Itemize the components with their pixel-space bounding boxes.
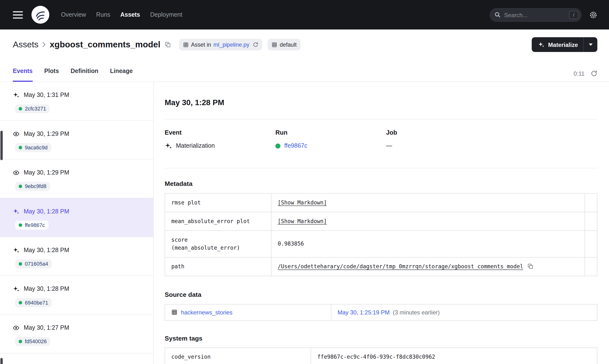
search-shortcut-key: / (569, 11, 579, 19)
refresh-icon (253, 42, 258, 47)
show-markdown-link[interactable]: [Show Markdown] (278, 199, 327, 206)
settings-button[interactable] (589, 11, 597, 19)
event-list-item[interactable]: May 30, 1:29 PM 9aca6c9d (0, 121, 153, 159)
materialize-button[interactable]: Materialize (532, 37, 583, 52)
metadata-row: mean_absolute_error plot [Show Markdown] (165, 212, 597, 230)
materialize-split-button: Materialize (532, 37, 597, 52)
refresh-meta: 0:11 (574, 70, 597, 81)
asset-tabs: Events Plots Definition Lineage 0:11 (0, 61, 609, 82)
run-id: 071605a4 (25, 261, 48, 267)
run-tag[interactable]: 9aca6c9d (15, 143, 51, 152)
metadata-action-cell (585, 212, 597, 230)
show-markdown-link[interactable]: [Show Markdown] (278, 218, 327, 224)
job-column: Job — (386, 129, 497, 150)
observation-eye-icon (13, 324, 19, 331)
asset-grid-icon (183, 41, 189, 47)
run-tag[interactable]: ffe9867c (15, 221, 48, 230)
asset-location-tag: Asset in ml_pipeline.py (179, 39, 262, 50)
materialization-icon (13, 208, 19, 215)
observation-eye-icon (13, 130, 19, 137)
refresh-button[interactable] (591, 70, 597, 77)
menu-button[interactable] (13, 11, 23, 18)
system-tag-value: ffe9867c-ec9c-4f06-939c-f8dc830c0962 (311, 348, 597, 364)
run-tag[interactable]: 6940be71 (15, 298, 52, 307)
asset-file-link[interactable]: ml_pipeline.py (213, 41, 249, 48)
source-data-heading: Source data (165, 290, 597, 299)
run-tag[interactable]: fd540026 (15, 337, 50, 346)
system-tag-key: code_version (165, 348, 311, 364)
run-id: 9aca6c9d (25, 145, 48, 151)
scrollbar-thumb[interactable] (0, 358, 3, 364)
materialization-icon (13, 91, 19, 98)
divider (165, 168, 597, 169)
metadata-key: score (mean_absolute_error) (165, 230, 271, 257)
copy-path-button[interactable] (527, 263, 534, 269)
asset-grid-icon (171, 309, 178, 315)
page-title: xgboost_comments_model (50, 40, 160, 50)
system-tag-row: code_version ffe9867c-ec9c-4f06-939c-f8d… (165, 348, 597, 364)
tab-plots[interactable]: Plots (44, 61, 59, 82)
event-list-item[interactable]: May 30, 1:28 PM 6940be71 (0, 276, 153, 314)
job-label: Job (386, 129, 497, 137)
event-list-item[interactable]: May 30, 1:31 PM 2cfc3271 (0, 82, 153, 121)
nav-runs[interactable]: Runs (96, 11, 110, 18)
group-grid-icon (272, 41, 277, 47)
metadata-action-cell (585, 230, 597, 257)
tab-definition[interactable]: Definition (71, 61, 98, 82)
source-data-row: hackernews_stories May 30, 1:25:19 PM(3 … (165, 304, 597, 320)
nav-overview[interactable]: Overview (61, 11, 86, 18)
source-timestamp-note: (3 minutes earlier) (393, 309, 440, 315)
search-placeholder: Search... (504, 11, 566, 18)
event-list: May 30, 1:31 PM 2cfc3271 May 30, 1:29 PM (0, 82, 154, 364)
event-date: May 30, 1:29 PM (24, 130, 69, 138)
copy-asset-name-button[interactable] (164, 41, 171, 48)
run-id: ffe9867c (25, 222, 45, 228)
search-input[interactable]: Search... / (490, 8, 581, 22)
event-date: May 30, 1:27 PM (24, 324, 69, 332)
run-id: 6940be71 (25, 300, 48, 306)
event-list-item[interactable]: May 30, 1:27 PM fd540026 (0, 314, 153, 353)
event-list-item[interactable]: May 30, 1:28 PM 071605a4 (0, 237, 153, 275)
event-detail-title: May 30, 1:28 PM (165, 97, 597, 107)
metadata-action-cell (585, 257, 597, 276)
clipboard-icon (527, 263, 534, 269)
divider (165, 119, 597, 120)
group-tag-label: default (280, 41, 297, 48)
nav-assets[interactable]: Assets (120, 11, 140, 18)
metadata-table: rmse plot [Show Markdown] mean_absolute_… (165, 193, 597, 276)
content: May 30, 1:31 PM 2cfc3271 May 30, 1:29 PM (0, 82, 609, 364)
event-detail: May 30, 1:28 PM Event Materialization (154, 82, 609, 364)
event-summary: Event Materialization Run (165, 129, 597, 150)
event-list-item[interactable]: May 30, 1:29 PM 9ebc9fd8 (0, 159, 153, 198)
materialize-dropdown-button[interactable] (583, 37, 597, 52)
asset-header: Assets xgboost_comments_model Asse (0, 29, 609, 61)
scrollbar-thumb[interactable] (0, 131, 3, 160)
tab-lineage[interactable]: Lineage (110, 61, 133, 82)
source-asset-link[interactable]: hackernews_stories (181, 309, 233, 315)
app-window: Overview Runs Assets Deployment Search..… (0, 0, 609, 364)
materialization-icon (165, 142, 172, 149)
group-tag[interactable]: default (268, 39, 301, 50)
breadcrumb-chevron-icon (42, 42, 46, 47)
metadata-key: path (165, 257, 271, 276)
run-status-dot (19, 340, 22, 343)
run-status-dot (19, 301, 22, 304)
event-date: May 30, 1:28 PM (24, 285, 69, 293)
path-link[interactable]: /Users/odetteharary/code/dagster/tmp_0mz… (278, 263, 523, 270)
reload-location-button[interactable] (253, 42, 258, 47)
source-data-table: hackernews_stories May 30, 1:25:19 PM(3 … (165, 304, 597, 321)
source-timestamp-link[interactable]: May 30, 1:25:19 PM (337, 309, 389, 315)
refresh-timer: 0:11 (574, 70, 584, 77)
metadata-row: score (mean_absolute_error) 0.983856 (165, 230, 597, 257)
event-list-item-selected[interactable]: May 30, 1:28 PM ffe9867c (0, 198, 153, 237)
nav-deployment[interactable]: Deployment (150, 11, 182, 18)
breadcrumb-assets-link[interactable]: Assets (13, 40, 39, 50)
run-tag[interactable]: 9ebc9fd8 (15, 182, 50, 191)
tab-events[interactable]: Events (13, 61, 33, 82)
run-link[interactable]: ffe9867c (284, 142, 307, 150)
run-id: fd540026 (25, 339, 47, 344)
metadata-value: 0.983856 (278, 240, 304, 247)
run-tag[interactable]: 2cfc3271 (15, 104, 50, 113)
metadata-row: rmse plot [Show Markdown] (165, 193, 597, 212)
run-tag[interactable]: 071605a4 (15, 259, 52, 268)
